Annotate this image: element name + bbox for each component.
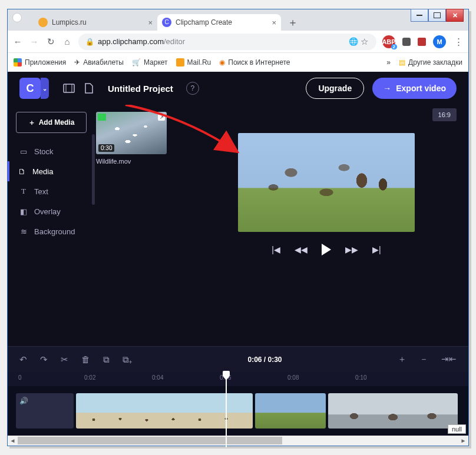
project-title[interactable]: Untitled Project bbox=[108, 84, 173, 94]
thumbnail-badge bbox=[98, 114, 106, 121]
skip-start-button[interactable]: |◀ bbox=[272, 245, 280, 254]
bookmark-item[interactable]: Mail.Ru bbox=[176, 58, 211, 67]
playback-controls: |◀ ◀◀ ▶▶ ▶| bbox=[272, 244, 381, 255]
tab-clipchamp[interactable]: C Clipchamp Create × bbox=[157, 14, 281, 31]
browser-menu-icon[interactable]: ⋮ bbox=[453, 36, 464, 47]
audio-clip[interactable]: 🔊 bbox=[16, 393, 74, 429]
zoom-out-button[interactable]: － bbox=[419, 354, 428, 365]
add-media-button[interactable]: ＋Add Media bbox=[16, 112, 87, 133]
bookmark-item[interactable]: 🛒Маркет bbox=[132, 58, 168, 67]
sidebar-label: Text bbox=[34, 187, 48, 196]
logo-dropdown-icon[interactable]: ⌄ bbox=[41, 78, 49, 99]
film-icon[interactable] bbox=[63, 84, 76, 93]
window-maximize-button[interactable] bbox=[428, 9, 446, 22]
sidebar-item-overlay[interactable]: ◧Overlay bbox=[16, 201, 96, 221]
other-bookmarks-label: Другие закладки bbox=[408, 58, 462, 67]
sidebar-label: Stock bbox=[34, 147, 54, 156]
preview-frame bbox=[238, 133, 415, 232]
plus-icon: ＋ bbox=[28, 118, 35, 128]
window-close-button[interactable] bbox=[446, 9, 464, 22]
new-tab-button[interactable]: ＋ bbox=[285, 14, 301, 31]
export-label: Export video bbox=[396, 84, 446, 93]
forward-button[interactable]: → bbox=[29, 36, 39, 47]
acrobat-extension-icon[interactable] bbox=[418, 38, 426, 46]
tab-favicon: C bbox=[162, 18, 171, 27]
media-icon: 🗋 bbox=[17, 167, 27, 176]
other-bookmarks[interactable]: ▤Другие закладки bbox=[399, 58, 462, 67]
video-clip[interactable] bbox=[255, 393, 326, 429]
stock-icon: ▭ bbox=[19, 147, 28, 156]
playhead[interactable] bbox=[226, 372, 227, 447]
tab-close-icon[interactable]: × bbox=[148, 18, 153, 27]
bookmarks-overflow[interactable]: » bbox=[386, 58, 391, 67]
home-button[interactable]: ⌂ bbox=[62, 36, 72, 47]
sidebar-scrollbar[interactable] bbox=[92, 134, 95, 205]
aspect-ratio-button[interactable]: 16:9 bbox=[432, 108, 457, 121]
back-button[interactable]: ← bbox=[12, 36, 23, 47]
browser-tabstrip: Lumpics.ru × C Clipchamp Create × ＋ bbox=[8, 9, 468, 31]
delete-button[interactable]: 🗑 bbox=[81, 354, 90, 364]
scrollbar-track[interactable] bbox=[18, 436, 458, 446]
paste-button[interactable]: ⧉₊ bbox=[123, 354, 132, 365]
tab-favicon bbox=[38, 18, 48, 27]
split-button[interactable]: ✂ bbox=[61, 354, 68, 365]
upgrade-button[interactable]: Upgrade bbox=[306, 78, 364, 99]
zoom-in-button[interactable]: ＋ bbox=[398, 354, 406, 365]
redo-button[interactable]: ↷ bbox=[40, 354, 48, 365]
mail-icon bbox=[176, 58, 184, 67]
window-minimize-button[interactable] bbox=[411, 9, 428, 22]
sidebar-item-stock[interactable]: ▭Stock bbox=[16, 141, 96, 161]
video-clip[interactable] bbox=[328, 393, 458, 429]
media-panel: ↗ 0:30 Wildlife.mov bbox=[96, 105, 184, 346]
export-video-button[interactable]: →Export video bbox=[372, 78, 457, 99]
preview-viewport[interactable] bbox=[238, 133, 415, 232]
cart-icon: 🛒 bbox=[132, 58, 141, 67]
sidebar-item-media[interactable]: 🗋Media bbox=[8, 161, 96, 181]
apps-button[interactable]: Приложения bbox=[14, 58, 66, 67]
tab-close-icon[interactable]: × bbox=[272, 18, 276, 27]
app-header: C⌄ Untitled Project ? Upgrade →Export vi… bbox=[8, 72, 468, 105]
profile-avatar[interactable]: M bbox=[433, 35, 446, 48]
rewind-button[interactable]: ◀◀ bbox=[295, 245, 308, 254]
bookmark-item[interactable]: ◉Поиск в Интернете bbox=[219, 58, 290, 67]
skip-end-button[interactable]: ▶| bbox=[372, 245, 381, 254]
sidebar-item-text[interactable]: TText bbox=[16, 181, 96, 201]
scroll-left-button[interactable]: ◄ bbox=[8, 436, 18, 446]
bookmark-item[interactable]: ✈Авиабилеты bbox=[74, 58, 124, 67]
zoom-fit-button[interactable]: ⇥⇤ bbox=[441, 354, 457, 365]
undo-button[interactable]: ↶ bbox=[19, 354, 27, 365]
media-thumbnail[interactable]: ↗ 0:30 bbox=[96, 112, 167, 154]
play-button[interactable] bbox=[322, 244, 331, 255]
sidebar: ＋Add Media ▭Stock 🗋Media TText ◧Overlay … bbox=[8, 105, 96, 346]
horizontal-scrollbar[interactable]: ◄ ► bbox=[8, 436, 468, 446]
clipchamp-app: C⌄ Untitled Project ? Upgrade →Export vi… bbox=[8, 72, 468, 436]
scroll-right-button[interactable]: ► bbox=[458, 436, 468, 446]
tab-title: Clipchamp Create bbox=[176, 18, 232, 26]
scrollbar-thumb[interactable] bbox=[18, 437, 282, 444]
adblock-extension-icon[interactable]: ABP bbox=[382, 35, 395, 48]
tab-title: Lumpics.ru bbox=[52, 18, 87, 26]
reload-button[interactable]: ↻ bbox=[45, 36, 56, 47]
thumbnail-expand-icon[interactable]: ↗ bbox=[158, 114, 165, 121]
help-button[interactable]: ? bbox=[186, 82, 199, 95]
url-path: /editor bbox=[164, 37, 185, 46]
app-main: ＋Add Media ▭Stock 🗋Media TText ◧Overlay … bbox=[8, 105, 468, 346]
overlay-icon: ◧ bbox=[19, 207, 28, 216]
media-filename: Wildlife.mov bbox=[96, 158, 184, 165]
plane-icon: ✈ bbox=[74, 58, 80, 67]
url-input[interactable]: 🔒 app.clipchamp.com/editor 🌐 ☆ bbox=[78, 34, 376, 50]
timeline-ruler[interactable]: 0 0:02 0:04 0:06 0:08 0:10 bbox=[8, 372, 468, 386]
playhead-handle[interactable] bbox=[223, 371, 230, 377]
window-controls bbox=[411, 9, 464, 22]
extension-icon[interactable] bbox=[402, 38, 411, 46]
address-bar: ← → ↻ ⌂ 🔒 app.clipchamp.com/editor 🌐 ☆ A… bbox=[8, 31, 468, 53]
app-logo[interactable]: C⌄ bbox=[19, 78, 41, 99]
copy-button[interactable]: ⧉ bbox=[103, 354, 110, 365]
bookmark-star-icon[interactable]: ☆ bbox=[359, 36, 369, 47]
sidebar-item-background[interactable]: ≋Background bbox=[16, 221, 96, 241]
tab-lumpics[interactable]: Lumpics.ru × bbox=[34, 14, 157, 31]
timeline-track[interactable]: 🔊 bbox=[8, 386, 468, 436]
translate-icon[interactable]: 🌐 bbox=[348, 37, 359, 46]
file-icon[interactable] bbox=[84, 83, 97, 94]
fast-forward-button[interactable]: ▶▶ bbox=[345, 245, 358, 254]
